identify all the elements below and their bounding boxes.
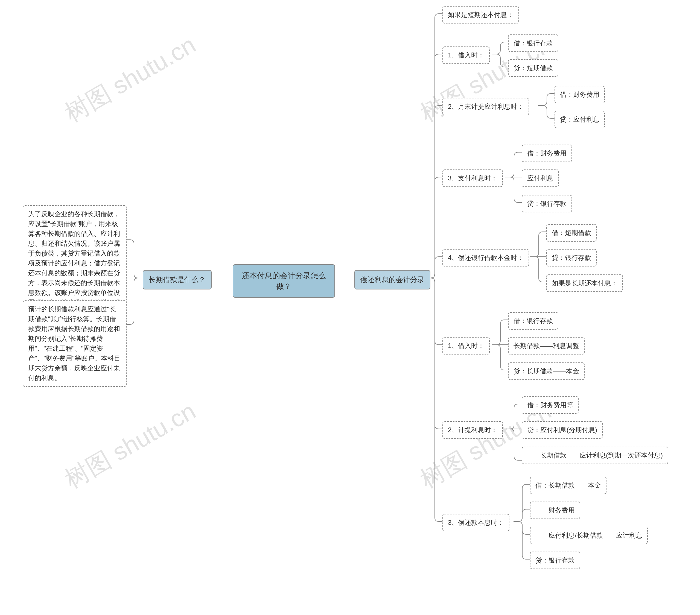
long-step-2-item-0: 借：财务费用等 (522, 396, 578, 414)
long-step-3: 3、偿还款本息时： (442, 514, 509, 531)
long-step-1-item-1: 长期借款——利息调整 (508, 337, 585, 354)
long-step-1-item-2: 贷：长期借款——本金 (508, 362, 585, 380)
short-step-4-item-2: 如果是长期还本付息： (546, 274, 623, 292)
short-step-2-item-1: 贷：应付利息 (554, 111, 605, 128)
long-step-3-item-2: 应付利息/长期借款——应计利息 (530, 527, 648, 544)
left-para-1: 预计的长期借款利息应通过"长期借款"账户进行核算。长期借款费用应根据长期借款的用… (23, 300, 127, 387)
short-step-2: 2、月末计提应计利息时： (442, 98, 529, 115)
left-branch[interactable]: 长期借款是什么？ (143, 270, 212, 289)
short-step-4-item-1: 贷：银行存款 (546, 249, 597, 266)
root-node[interactable]: 还本付息的会计分录怎么做？ (233, 264, 335, 298)
short-step-3-item-1: 应付利息 (522, 170, 559, 187)
long-step-1-item-0: 借：银行存款 (508, 312, 558, 330)
short-step-3-item-2: 贷：银行存款 (522, 195, 572, 212)
watermark: 树图 shutu.cn (59, 29, 201, 130)
short-step-4-item-0: 借：短期借款 (546, 224, 597, 242)
long-step-3-item-0: 借：长期借款——本金 (530, 477, 607, 494)
short-step-1: 1、借入时： (442, 47, 490, 64)
short-step-2-item-0: 借：财务费用 (554, 86, 605, 103)
short-step-4: 4、偿还银行借款本金时： (442, 249, 529, 266)
long-step-2-item-1: 贷：应付利息(分期付息) (522, 421, 603, 439)
long-step-3-item-1: 财务费用 (530, 502, 580, 519)
short-step-1-item-0: 借：银行存款 (508, 35, 558, 52)
short-step-3: 3、支付利息时： (442, 170, 503, 187)
long-step-2: 2、计提利息时： (442, 421, 503, 439)
short-step-3-item-0: 借：财务费用 (522, 145, 572, 162)
long-step-3-item-3: 贷：银行存款 (530, 552, 580, 569)
watermark: 树图 shutu.cn (59, 395, 201, 496)
short-step-1-item-1: 贷：短期借款 (508, 59, 558, 77)
right-branch[interactable]: 偿还利息的会计分录 (354, 270, 430, 289)
long-step-2-item-2: 长期借款——应计利息(到期一次还本付息) (522, 447, 668, 464)
long-step-1: 1、借入时： (442, 337, 490, 354)
short-term-title: 如果是短期还本付息： (442, 6, 519, 24)
